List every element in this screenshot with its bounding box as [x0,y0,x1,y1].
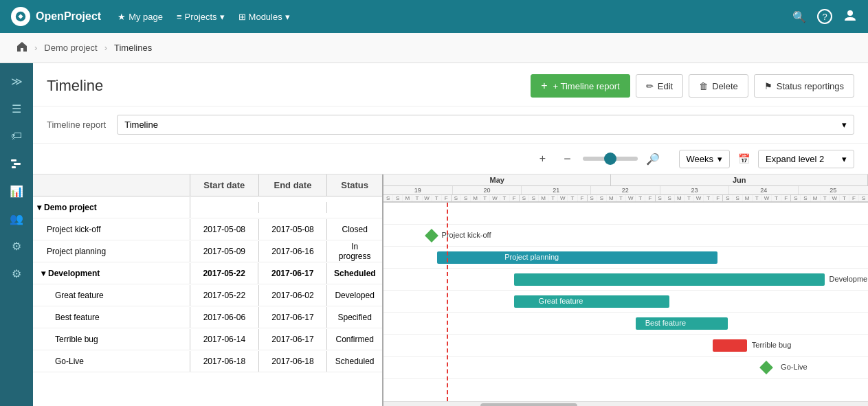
status-reportings-button[interactable]: ⚑ Status reportings [754,74,854,98]
row-status [327,202,382,213]
sidebar-settings-icon[interactable]: ⚙ [4,234,29,258]
nav-projects[interactable]: ≡ Projects ▾ [177,12,225,22]
row-end: 2017-06-17 [258,263,327,284]
sidebar-gear-icon[interactable]: ⚙ [4,261,29,286]
month-may: May [383,174,611,185]
expand-level-select[interactable]: Expand level 2 ▾ [758,150,854,168]
row-end: 2017-06-02 [259,285,328,306]
gantt-bars: Project kick-off Project planning Develo… [383,203,868,401]
row-name: Go-Live [55,357,84,366]
scrollbar-thumb[interactable] [480,403,577,406]
calendar-icon[interactable]: 📅 [735,149,753,168]
main-content: Timeline + + Timeline report ✏ Edit 🗑 De… [33,63,868,406]
gantt-table: Start date End date Status ▾ Demo projec… [33,174,868,406]
row-name: Best feature [55,313,100,322]
filter-bar: Timeline report Timeline ▾ [33,106,868,144]
row-start: 2017-05-22 [190,263,259,284]
svg-rect-3 [14,163,21,165]
nav-modules[interactable]: ⊞ Modules ▾ [238,12,290,22]
days-row: S S M T W T F S S M T W [383,195,868,202]
breadcrumb: › Demo project › Timelines [0,33,868,63]
gantt-horizontal-scrollbar[interactable] [383,401,868,406]
breadcrumb-home[interactable] [11,38,33,57]
svg-rect-2 [11,159,16,161]
zoom-reset-button[interactable]: 🔎 [643,149,663,168]
timeline-report-select[interactable]: Timeline ▾ [117,115,854,135]
svg-point-1 [847,10,853,16]
row-end [259,202,328,213]
nav-my-page[interactable]: ★ My page [118,12,163,22]
row-end: 2017-06-16 [259,241,328,262]
pencil-icon: ✏ [646,81,654,91]
plus-icon: + [541,80,547,92]
app-logo[interactable]: OpenProject [11,7,101,26]
breadcrumb-timelines[interactable]: Timelines [109,40,157,56]
gantt-header: Start date End date Status [33,174,382,196]
top-navigation: OpenProject ★ My page ≡ Projects ▾ ⊞ Mod… [0,0,868,33]
zoom-in-button[interactable]: + [533,149,553,168]
zoom-slider[interactable] [583,157,638,161]
dropdown-arrow-icon: ▾ [842,120,847,130]
gantt-task-list: Start date End date Status ▾ Demo projec… [33,174,383,406]
edit-button[interactable]: ✏ Edit [636,74,683,98]
row-status: Scheduled [327,351,382,372]
sidebar-roadmap-icon[interactable]: 📊 [4,179,29,203]
zoom-out-button[interactable]: − [558,149,577,168]
row-name: Great feature [55,291,104,300]
user-icon[interactable] [843,8,857,25]
expand-arrow-icon: ▾ [842,154,847,164]
sidebar-people-icon[interactable]: 👥 [4,206,29,231]
col-end-header: End date [259,174,328,196]
row-name: Terrible bug [55,335,98,344]
row-end: 2017-06-17 [259,307,328,328]
bar-row-great-feature: Great feature [383,291,868,313]
table-row[interactable]: ▾ Demo project [33,196,382,218]
collapse-icon[interactable]: ▾ [37,203,41,212]
header-actions: + + Timeline report ✏ Edit 🗑 Delete ⚑ St… [531,74,854,98]
row-name: Development [48,269,100,278]
row-status: Specified [327,307,382,328]
gantt-chart: May Jun 19 20 21 22 23 24 25 [383,174,868,406]
sidebar-list-icon[interactable]: ☰ [4,96,29,121]
breadcrumb-demo-project[interactable]: Demo project [38,40,102,56]
page-title: Timeline [47,77,103,95]
row-status: In progress [327,236,382,267]
table-row[interactable]: Go-Live 2017-06-18 2017-06-18 Scheduled [33,350,382,372]
row-end: 2017-06-17 [259,329,328,350]
help-icon[interactable]: ? [817,9,832,24]
delete-button[interactable]: 🗑 Delete [689,74,748,98]
status-icon: ⚑ [764,81,772,91]
week-20: 20 [453,186,522,194]
table-row[interactable]: Terrible bug 2017-06-14 2017-06-17 Confi… [33,328,382,350]
sidebar-tag-icon[interactable]: 🏷 [4,124,29,148]
bar-row-development: Development [383,269,868,291]
table-row[interactable]: ▾ Development 2017-05-22 2017-06-17 Sche… [33,262,382,284]
sidebar-expand-icon[interactable]: ≫ [4,69,29,93]
sidebar-gantt-icon[interactable] [4,151,29,176]
week-22: 22 [591,186,660,194]
row-start: 2017-05-09 [190,241,259,262]
period-select[interactable]: Weeks ▾ [679,150,731,168]
gantt-toolbar: + − 🔎 Weeks ▾ 📅 Expand level 2 ▾ [33,144,868,174]
svg-rect-4 [12,166,16,168]
row-end: 2017-05-08 [259,219,328,240]
week-24: 24 [729,186,799,194]
bar-great-feature [514,295,669,308]
bar-label-terrible-bug: Terrible bug [752,341,791,349]
row-start: 2017-05-22 [190,285,259,306]
search-icon[interactable]: 🔍 [792,10,806,23]
row-start: 2017-06-14 [190,329,259,350]
month-jun: Jun [611,174,868,185]
milestone-go-live [759,361,773,374]
zoom-handle[interactable] [604,153,616,165]
milestone-project-kickoff [425,229,439,243]
col-status-header: Status [327,174,382,196]
bar-row-project-planning: Project planning [383,247,868,269]
collapse-icon[interactable]: ▾ [41,269,45,278]
add-timeline-report-button[interactable]: + + Timeline report [531,74,630,98]
table-row[interactable]: Great feature 2017-05-22 2017-06-02 Deve… [33,284,382,306]
table-row[interactable]: Best feature 2017-06-06 2017-06-17 Speci… [33,306,382,328]
gantt-chart-header: May Jun 19 20 21 22 23 24 25 [383,174,868,203]
table-row[interactable]: Project planning 2017-05-09 2017-06-16 I… [33,240,382,262]
today-line [447,203,448,401]
